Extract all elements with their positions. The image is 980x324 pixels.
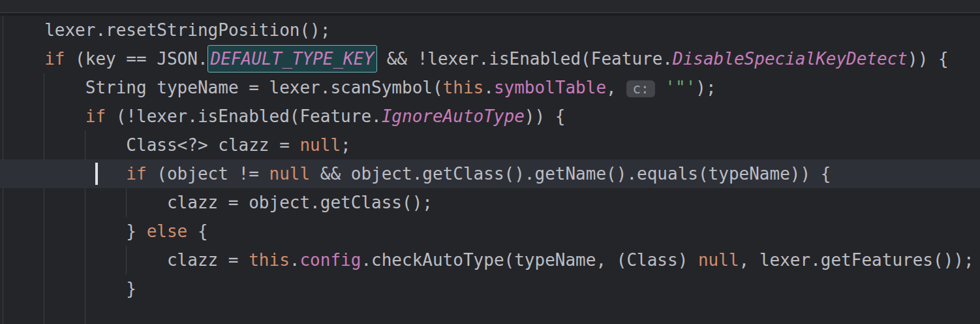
- code-token: && object.getClass().getName().equals(ty…: [310, 164, 831, 184]
- code-token: [4, 20, 45, 40]
- code-line[interactable]: } else {: [0, 217, 980, 246]
- code-line[interactable]: lexer.resetStringPosition();: [0, 16, 980, 44]
- keyword-token: null: [299, 135, 341, 155]
- code-token: lexer.resetStringPosition();: [44, 20, 330, 40]
- code-token: )) {: [525, 106, 566, 126]
- parameter-hint-badge: c:: [626, 80, 654, 97]
- code-token: (object !=: [147, 164, 269, 184]
- code-token: (key == JSON.: [65, 49, 207, 69]
- code-token: .: [290, 250, 300, 270]
- string-literal-token: '"': [665, 78, 696, 97]
- code-token: String typeName = lexer.scanSymbol(: [85, 78, 443, 97]
- code-token: [4, 106, 85, 126]
- keyword-token: else: [147, 221, 188, 241]
- code-line[interactable]: clazz = this.config.checkAutoType(typeNa…: [0, 246, 980, 274]
- code-editor[interactable]: public final Object parseObject(Map obje…: [0, 0, 980, 324]
- code-token: [4, 164, 127, 184]
- code-token: [4, 193, 167, 212]
- code-lines: lexer.resetStringPosition(); if (key == …: [0, 16, 980, 303]
- code-line[interactable]: if (!lexer.isEnabled(Feature.IgnoreAutoT…: [0, 102, 980, 131]
- code-token: }: [126, 221, 146, 241]
- code-token: ;: [341, 135, 351, 155]
- sticky-line: public final Object parseObject(Map obje…: [0, 0, 980, 12]
- code-token: );: [696, 78, 716, 97]
- code-token: .checkAutoType(typeName, (Class): [361, 250, 698, 270]
- text-caret: [95, 163, 98, 185]
- code-token: clazz =: [167, 250, 249, 270]
- code-token: {: [187, 221, 207, 241]
- keyword-token: null: [269, 164, 311, 184]
- keyword-token: null: [698, 250, 739, 270]
- code-token: [4, 250, 167, 270]
- constant-token: DisableSpecialKeyDetect: [673, 49, 908, 69]
- field-token: config: [299, 250, 361, 270]
- constant-token: IgnoreAutoType: [382, 106, 525, 126]
- code-token: [4, 78, 85, 97]
- keyword-token: if: [44, 49, 65, 69]
- code-line[interactable]: if (key == JSON.DEFAULT_TYPE_KEY && !lex…: [0, 44, 980, 73]
- code-token: .: [483, 78, 494, 97]
- code-line[interactable]: Class<?> clazz = null;: [0, 131, 980, 159]
- keyword-token: this: [443, 78, 484, 97]
- code-token: [4, 279, 127, 299]
- keyword-token: if: [126, 164, 146, 184]
- code-token: }: [126, 279, 136, 299]
- code-token: [4, 49, 45, 69]
- code-token: Class<?> clazz =: [126, 135, 299, 155]
- keyword-token: if: [85, 106, 106, 126]
- code-token: )) {: [908, 49, 949, 69]
- code-line[interactable]: clazz = object.getClass();: [0, 188, 980, 217]
- code-token: [655, 78, 666, 97]
- keyword-token: this: [249, 250, 290, 270]
- highlighted-symbol: DEFAULT_TYPE_KEY: [208, 46, 376, 72]
- code-token: , lexer.getFeatures());: [739, 250, 974, 270]
- code-line[interactable]: }: [0, 274, 980, 303]
- code-token: && !lexer.isEnabled(Feature.: [376, 49, 673, 69]
- code-token: ,: [606, 78, 626, 97]
- field-token: symbolTable: [494, 78, 606, 97]
- sticky-method-signature[interactable]: public final Object parseObject(Map obje…: [0, 0, 980, 12]
- code-token: (!lexer.isEnabled(Feature.: [106, 106, 382, 126]
- code-token: [4, 135, 127, 155]
- current-code-line[interactable]: if (object != null && object.getClass().…: [0, 159, 980, 188]
- code-token: clazz = object.getClass();: [167, 193, 433, 212]
- code-line[interactable]: String typeName = lexer.scanSymbol(this.…: [0, 73, 980, 102]
- code-token: [4, 221, 127, 241]
